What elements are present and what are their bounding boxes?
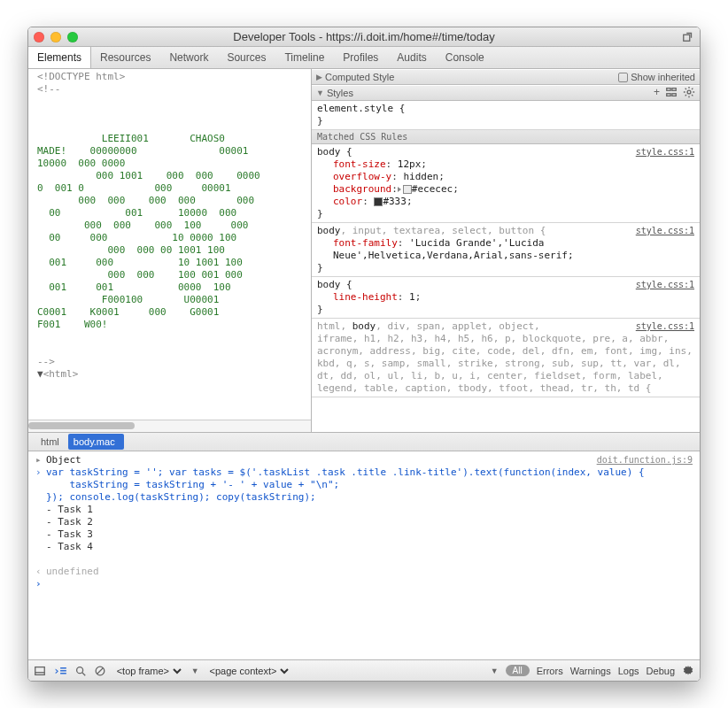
element-state-icon[interactable] — [665, 86, 678, 101]
gear-icon[interactable] — [682, 665, 694, 677]
filter-debug[interactable]: Debug — [647, 666, 675, 676]
rule-body-1[interactable]: style.css:1 body { font-size: 12px; over… — [312, 144, 700, 223]
svg-line-11 — [97, 667, 103, 674]
breadcrumb-html[interactable]: html — [35, 434, 68, 450]
html-node[interactable]: <html> — [43, 368, 79, 380]
elements-tree[interactable]: <!DOCTYPE html> <!-- LEEII001 CHAOS0 MAD… — [28, 69, 311, 420]
tab-elements[interactable]: Elements — [28, 47, 91, 68]
filter-errors[interactable]: Errors — [537, 666, 563, 676]
dock-icon[interactable] — [34, 665, 46, 677]
new-style-rule-icon[interactable]: + — [654, 86, 660, 101]
tab-audits[interactable]: Audits — [388, 47, 436, 68]
filter-all[interactable]: All — [506, 665, 530, 676]
prop-name: font-size — [333, 158, 386, 170]
tab-sources[interactable]: Sources — [218, 47, 275, 68]
styles-rules: element.style { } Matched CSS Rules styl… — [312, 101, 700, 432]
console-panel[interactable]: ▸ Object doit.function.js:9 › var taskSt… — [28, 451, 700, 659]
console-return-line: ‹ undefined — [35, 566, 693, 578]
panel-tabs: Elements Resources Network Sources Timel… — [28, 47, 700, 69]
prop-name: color — [333, 196, 362, 207]
styles-header[interactable]: ▼ Styles + — [312, 85, 700, 101]
undock-icon[interactable] — [682, 30, 694, 44]
disclosure-icon[interactable] — [398, 187, 401, 192]
clear-icon[interactable] — [94, 665, 106, 677]
filter-logs[interactable]: Logs — [618, 666, 639, 676]
sel-main: body — [352, 320, 376, 332]
rule-close: } — [317, 304, 694, 316]
chevron-down-icon: ▼ — [191, 667, 199, 675]
rule-body-4[interactable]: style.css:1 html, body, div, span, apple… — [312, 319, 700, 397]
search-icon[interactable] — [74, 665, 87, 677]
devtools-window: Developer Tools - https://i.doit.im/home… — [27, 27, 701, 682]
sel-post: , div, span, applet, object, — [376, 320, 539, 332]
show-inherited-checkbox[interactable] — [618, 73, 628, 82]
svg-line-9 — [81, 672, 85, 675]
svg-point-8 — [76, 667, 82, 673]
console-output: - Task 1 - Task 2 - Task 3 - Task 4 — [35, 504, 693, 566]
footer-toolbar: ›≡ <top frame>▼ <page context> ▼ All Err… — [28, 659, 700, 681]
tab-resources[interactable]: Resources — [91, 47, 160, 68]
tab-timeline[interactable]: Timeline — [275, 47, 334, 68]
svg-rect-1 — [667, 88, 670, 90]
rule-selector-rest: iframe, h1, h2, h3, h4, h5, h6, p, block… — [317, 333, 694, 395]
prop-name: font-family — [333, 237, 398, 249]
input-marker-icon: › — [35, 466, 46, 504]
svg-rect-0 — [684, 35, 690, 41]
context-select[interactable]: <page context> — [206, 665, 291, 677]
object-label: Object — [46, 454, 81, 466]
svg-rect-2 — [672, 88, 676, 90]
doctype-node: <!DOCTYPE html> — [37, 71, 125, 82]
zoom-window-button[interactable] — [67, 32, 78, 42]
tab-console[interactable]: Console — [437, 47, 494, 68]
window-controls — [34, 32, 78, 42]
rule-selector-rest: , input, textarea, select, button { — [341, 225, 546, 236]
source-link[interactable]: style.css:1 — [636, 320, 694, 333]
tab-profiles[interactable]: Profiles — [334, 47, 388, 68]
color-swatch[interactable] — [374, 197, 383, 206]
filter-warnings[interactable]: Warnings — [570, 666, 611, 676]
frame-select[interactable]: <top frame> — [113, 665, 184, 677]
computed-style-header[interactable]: ▶ Computed Style Show inherited — [312, 69, 700, 85]
titlebar: Developer Tools - https://i.doit.im/home… — [28, 27, 700, 47]
comment-open: <!-- — [37, 83, 61, 95]
close-window-button[interactable] — [34, 32, 44, 42]
rule-selector: element.style { — [317, 103, 694, 115]
window-title: Developer Tools - https://i.doit.im/home… — [28, 30, 700, 43]
minimize-window-button[interactable] — [50, 32, 61, 42]
rule-selector: body — [317, 225, 341, 236]
prop-value: 12px — [398, 158, 422, 170]
console-prompt[interactable]: › — [35, 578, 693, 590]
source-link[interactable]: style.css:1 — [636, 279, 694, 291]
horizontal-scrollbar[interactable] — [28, 420, 311, 432]
svg-rect-6 — [35, 667, 45, 674]
breadcrumb-body[interactable]: body.mac — [68, 434, 124, 450]
breadcrumb: html body.mac — [28, 432, 700, 451]
styles-label: Styles — [327, 88, 353, 98]
scrollbar-thumb[interactable] — [28, 422, 135, 429]
styles-sidebar: ▶ Computed Style Show inherited ▼ Styles… — [312, 69, 700, 432]
element-style-rule[interactable]: element.style { } — [312, 101, 700, 130]
source-link[interactable]: style.css:1 — [636, 146, 694, 158]
prop-name: line-height — [333, 291, 398, 303]
rule-body-2[interactable]: style.css:1 body, input, textarea, selec… — [312, 223, 700, 277]
prop-value: #333 — [383, 196, 407, 207]
prop-value: hidden — [403, 171, 438, 182]
sel-pre: html, — [317, 320, 352, 332]
source-link[interactable]: style.css:1 — [636, 225, 694, 237]
rule-close: } — [317, 115, 694, 127]
svg-point-5 — [687, 90, 691, 94]
chevron-right-icon: ▸ — [35, 454, 46, 466]
rule-body-3[interactable]: style.css:1 body { line-height: 1; } — [312, 277, 700, 319]
console-object-line[interactable]: ▸ Object doit.function.js:9 — [35, 454, 693, 466]
prop-name: overflow-y — [333, 171, 391, 182]
rule-close: } — [317, 208, 694, 220]
tab-network[interactable]: Network — [160, 47, 218, 68]
source-link[interactable]: doit.function.js:9 — [597, 454, 693, 466]
ascii-comment: LEEII001 CHAOS0 MADE! 00000000 00001 100… — [37, 133, 260, 330]
console-code: var taskString = ''; var tasks = $('.tas… — [46, 466, 645, 504]
gear-icon[interactable] — [683, 86, 695, 101]
chevron-down-icon: ▼ — [316, 89, 324, 97]
show-console-icon[interactable]: ›≡ — [53, 664, 67, 677]
elements-tree-panel: <!DOCTYPE html> <!-- LEEII001 CHAOS0 MAD… — [28, 69, 312, 432]
color-swatch[interactable] — [403, 185, 412, 194]
